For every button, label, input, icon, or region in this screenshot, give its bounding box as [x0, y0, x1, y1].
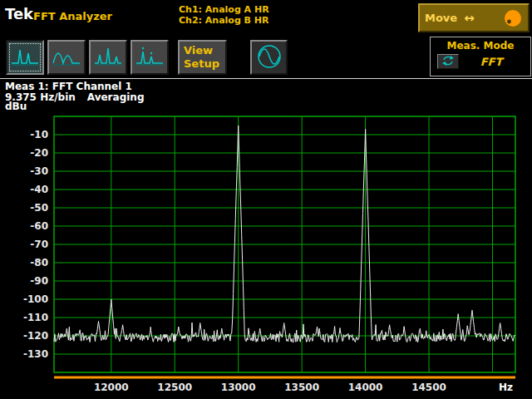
display-select-button-3[interactable]	[89, 40, 127, 75]
x-tick-label: 12000	[94, 382, 129, 393]
tek-logo: Tek	[5, 5, 33, 22]
y-tick-label: -60	[30, 220, 48, 232]
y-tick-label: -130	[23, 348, 48, 360]
left-right-arrow-icon: ↔	[464, 11, 475, 26]
y-unit-label: dBu	[5, 101, 27, 112]
spectrum-chart: -10-20-30-40-50-60-70-80-90-100-110-120-…	[0, 100, 532, 399]
meas-mode-value: FFT	[459, 56, 524, 68]
view-setup-button[interactable]: View Setup	[178, 40, 227, 75]
x-tick-label: 13500	[284, 382, 319, 393]
y-tick-label: -50	[30, 202, 48, 214]
app-title: FFT Analyzer	[33, 10, 112, 22]
y-tick-label: -80	[30, 257, 48, 268]
meas-mode-label: Meas. Mode	[431, 40, 530, 52]
spectrum-icon-1	[10, 45, 40, 71]
y-tick-label: -40	[30, 184, 48, 195]
y-tick-label: -90	[30, 275, 48, 287]
x-tick-label: 13000	[221, 382, 256, 393]
fft-analyzer-screen: Tek FFT Analyzer Ch1: Analog A HR Ch2: A…	[0, 0, 532, 399]
knob-icon	[503, 8, 523, 28]
meas-mode-cycle-button[interactable]	[437, 54, 459, 69]
channel-1-info: Ch1: Analog A HR	[179, 4, 269, 15]
spectrum-icon-3	[93, 45, 123, 71]
y-tick-label: -70	[30, 239, 48, 250]
channel-info: Ch1: Analog A HR Ch2: Analog B HR	[179, 4, 269, 26]
y-tick-label: -10	[30, 129, 48, 140]
signal-path-button[interactable]	[250, 40, 288, 75]
display-select-button-2[interactable]	[47, 40, 86, 75]
view-setup-label-line2: Setup	[184, 57, 219, 70]
x-tick-label: 14500	[411, 382, 446, 393]
move-label: Move	[425, 12, 457, 24]
view-setup-label-line1: View	[184, 44, 213, 57]
channel-2-info: Ch2: Analog B HR	[179, 15, 269, 26]
x-tick-label: 14000	[348, 382, 383, 393]
fft-trace	[54, 126, 515, 342]
display-select-button-1[interactable]	[6, 40, 44, 75]
x-tick-label: 12500	[157, 382, 192, 393]
x-unit-label: Hz	[499, 382, 513, 393]
spectrum-icon-4	[135, 45, 165, 71]
meas-mode-panel: Meas. Mode FFT	[430, 37, 531, 76]
y-tick-label: -30	[30, 165, 48, 177]
separator-line	[0, 78, 532, 79]
meas-title: Meas 1: FFT Channel 1	[5, 81, 132, 92]
sine-wave-icon	[256, 43, 283, 72]
display-select-button-4[interactable]	[131, 40, 169, 75]
spectrum-icon-2	[52, 45, 81, 71]
move-button[interactable]: Move ↔	[418, 3, 530, 32]
y-tick-label: -120	[23, 330, 48, 342]
y-tick-label: -20	[30, 147, 48, 159]
y-tick-label: -100	[23, 293, 48, 305]
y-tick-label: -110	[23, 312, 48, 323]
cycle-icon	[441, 54, 456, 70]
